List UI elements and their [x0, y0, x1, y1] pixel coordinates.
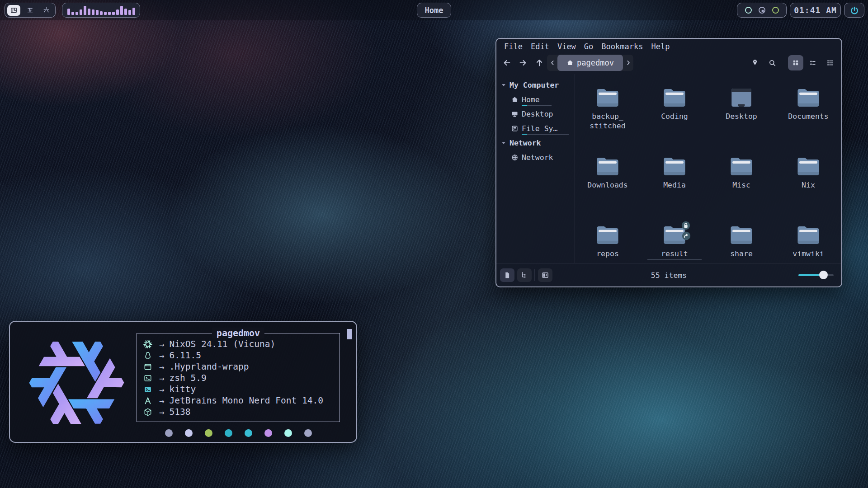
up-button[interactable]: [533, 56, 546, 69]
visualizer-bar: [71, 12, 74, 15]
path-tab-home[interactable]: pagedmov: [557, 55, 623, 71]
file-item-media[interactable]: Media: [641, 155, 708, 190]
workspace-switcher[interactable]: [5, 3, 56, 18]
file-label: Misc: [708, 180, 775, 190]
desktop-icon: [728, 87, 755, 108]
display-icon: [511, 110, 519, 118]
fetch-row: →6.11.5: [142, 350, 337, 361]
menu-help[interactable]: Help: [647, 41, 674, 52]
folder-icon: [795, 155, 821, 177]
sidebar-item-desktop[interactable]: Desktop: [497, 107, 575, 121]
path-bar: pagedmov: [547, 55, 633, 71]
file-item-nix[interactable]: Nix: [775, 155, 842, 190]
arrow-icon: →: [159, 362, 164, 372]
visualizer-bar: [120, 6, 123, 15]
sidebar-item-file-sy[interactable]: File Sy…: [497, 121, 575, 136]
list-view-button[interactable]: [805, 55, 821, 70]
folder-icon: [795, 87, 821, 108]
file-label: share: [708, 249, 775, 258]
tray-item-cyan-ring[interactable]: [744, 6, 753, 14]
forward-button[interactable]: [516, 56, 530, 69]
visualizer-bar: [100, 11, 103, 15]
fetch-row: →.Hyprland-wrapp: [142, 361, 337, 372]
menu-edit[interactable]: Edit: [527, 41, 553, 52]
back-button[interactable]: [500, 56, 514, 69]
sidebar: My ComputerHomeDesktopFile Sy…NetworkNet…: [497, 74, 575, 263]
arrow-icon: →: [159, 396, 164, 406]
visualizer-bar: [116, 9, 119, 15]
fetch-value: .Hyprland-wrapp: [169, 361, 249, 372]
compact-view-button[interactable]: [822, 55, 838, 70]
file-item-vimwiki[interactable]: vimwiki: [775, 224, 842, 258]
sidebar-item-network[interactable]: Network: [497, 150, 575, 164]
fetch-value: zsh 5.9: [169, 373, 206, 383]
expander-icon: [502, 84, 505, 86]
file-item-backup-stitched[interactable]: backup_stitched: [574, 87, 641, 131]
tray-item-green-ring[interactable]: [771, 6, 780, 14]
palette-dot: [264, 429, 272, 437]
file-item-repos[interactable]: repos: [574, 224, 641, 258]
menu-view[interactable]: View: [553, 41, 580, 52]
file-item-share[interactable]: share: [708, 224, 775, 258]
sidebar-item-label: Network: [522, 153, 553, 162]
fetch-value: NixOS 24.11 (Vicuna): [169, 339, 275, 349]
file-item-coding[interactable]: Coding: [641, 87, 708, 121]
file-item-result[interactable]: result: [641, 224, 708, 258]
globe-icon: [511, 154, 519, 161]
tray-item-indicator-ring[interactable]: [758, 6, 766, 14]
fetch-info-box: pagedmov →NixOS 24.11 (Vicuna)→6.11.5→.H…: [137, 333, 340, 422]
zoom-slider-knob[interactable]: [819, 271, 828, 279]
sidebar-section-network[interactable]: Network: [497, 136, 575, 150]
lock-emblem-icon: [681, 221, 691, 230]
audio-visualizer: [62, 3, 140, 18]
visualizer-bar: [132, 8, 135, 15]
focused-window-pill[interactable]: Home: [417, 3, 451, 18]
workspace-button-item[interactable]: [24, 5, 37, 16]
tray[interactable]: [737, 3, 787, 18]
file-item-misc[interactable]: Misc: [708, 155, 775, 190]
visualizer-bar: [88, 9, 90, 15]
path-scroll-left-icon[interactable]: [547, 59, 557, 66]
folder-icon: [728, 155, 755, 177]
drive-icon: [511, 125, 519, 132]
power-button[interactable]: [844, 3, 864, 18]
visualizer-bar: [104, 12, 107, 15]
sidebar-item-home[interactable]: Home: [497, 92, 575, 107]
palette-dot: [304, 429, 312, 437]
file-grid: backup_stitchedCodingDesktopDocumentsDow…: [575, 74, 840, 263]
terminal-window: pagedmov →NixOS 24.11 (Vicuna)→6.11.5→.H…: [9, 321, 357, 443]
path-scroll-right-icon[interactable]: [623, 59, 633, 66]
fetch-row: →zsh 5.9: [142, 372, 337, 384]
zoom-slider[interactable]: [798, 274, 834, 276]
fetch-row: →kitty: [142, 384, 337, 395]
shell-icon: [142, 373, 153, 383]
file-label: backup_stitched: [574, 112, 641, 131]
menu-go[interactable]: Go: [580, 41, 597, 52]
file-item-documents[interactable]: Documents: [775, 87, 842, 121]
file-item-downloads[interactable]: Downloads: [574, 155, 641, 190]
clock-widget[interactable]: 01:41 AM: [790, 3, 841, 18]
clock-text: 01:41 AM: [794, 5, 837, 15]
menu-bookmarks[interactable]: Bookmarks: [597, 41, 647, 52]
arrow-icon: →: [159, 407, 164, 417]
arrow-icon: →: [159, 385, 164, 394]
folder-icon: [661, 155, 688, 177]
power-icon: [849, 5, 859, 15]
file-label: result: [641, 249, 708, 258]
home-icon: [566, 59, 574, 66]
search-button[interactable]: [764, 55, 780, 70]
window-icon: [142, 362, 153, 372]
location-button[interactable]: [747, 55, 763, 70]
visualizer-bar: [124, 9, 127, 15]
menu-file[interactable]: File: [500, 41, 527, 52]
icon-view-button[interactable]: [788, 55, 803, 70]
focused-window-title: Home: [425, 6, 443, 15]
workspace-button-item[interactable]: [40, 5, 53, 16]
sidebar-section-my-computer[interactable]: My Computer: [497, 78, 575, 92]
color-palette: [137, 429, 340, 437]
workspace-button-item[interactable]: [7, 5, 20, 16]
search-icon: [768, 59, 777, 67]
file-item-desktop[interactable]: Desktop: [708, 87, 775, 121]
sidebar-item-label: File Sy…: [522, 124, 557, 133]
fetch-value: JetBrains Mono Nerd Font 14.0: [169, 395, 323, 406]
